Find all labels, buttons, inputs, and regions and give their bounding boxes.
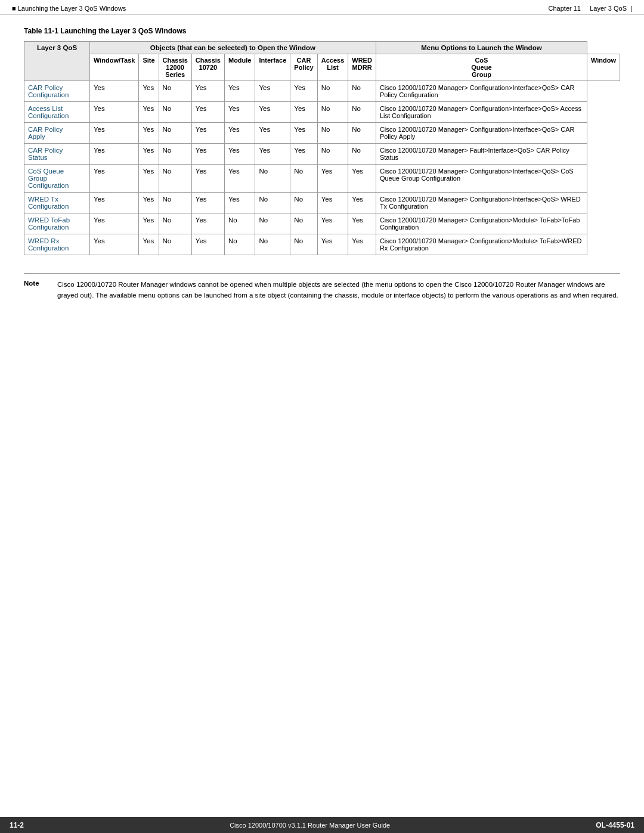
cell-cos: No [348,123,376,144]
cell-chassis_10720: No [159,213,191,234]
cell-access_list: No [290,213,317,234]
cell-site: Yes [90,165,139,193]
cell-car_policy: No [255,234,290,255]
cell-chassis_10720: No [159,234,191,255]
cell-cos: No [348,81,376,102]
cell-access_list: No [290,234,317,255]
col-interface: Interface [255,54,290,81]
row-name-cell[interactable]: CAR PolicyApply [24,123,90,144]
table-row: WRED ToFabConfigurationYesYesNoYesNoNoNo… [24,213,620,234]
cell-car_policy: Yes [255,81,290,102]
table-row: CAR PolicyStatusYesYesNoYesYesYesYesNoNo… [24,144,620,165]
cell-interface: Yes [224,123,255,144]
note-label: Note [24,280,48,301]
table-row: CoS QueueGroup ConfigurationYesYesNoYesY… [24,165,620,193]
cell-chassis_10720: No [159,81,191,102]
sub-header-row: Window/Task Site Chassis 12000 Series Ch… [24,54,620,81]
cell-menu: Cisco 12000/10720 Manager> Configuration… [376,234,587,255]
cell-chassis_12000: Yes [139,213,159,234]
cell-access_list: Yes [290,102,317,123]
cell-cos: Yes [348,234,376,255]
cell-chassis_12000: Yes [139,165,159,193]
row-name-cell[interactable]: WRED RxConfiguration [24,234,90,255]
cell-site: Yes [90,123,139,144]
table-row: CAR PolicyApplyYesYesNoYesYesYesYesNoNoC… [24,123,620,144]
cell-module: Yes [191,144,224,165]
col-car-policy: CAR Policy [290,54,317,81]
chapter-label: Chapter 11 Layer 3 QoS | [549,5,632,12]
cell-car_policy: Yes [255,102,290,123]
cell-site: Yes [90,213,139,234]
table-row: Access ListConfigurationYesYesNoYesYesYe… [24,102,620,123]
col-chassis-12000: Chassis 12000 Series [159,54,191,81]
cell-wred_mdrr: Yes [317,234,348,255]
cell-interface: Yes [224,165,255,193]
row-name-cell[interactable]: CoS QueueGroup Configuration [24,165,90,193]
cell-chassis_10720: No [159,165,191,193]
cell-wred_mdrr: No [317,123,348,144]
cell-car_policy: No [255,165,290,193]
col-window: Window [587,54,620,81]
cell-menu: Cisco 12000/10720 Manager> Configuration… [376,213,587,234]
cell-menu: Cisco 12000/10720 Manager> Configuration… [376,193,587,213]
cell-module: Yes [191,123,224,144]
note-text: Cisco 12000/10720 Router Manager windows… [57,280,620,301]
cell-module: Yes [191,102,224,123]
objects-header: Objects (that can be selected) to Open t… [90,42,376,54]
cell-chassis_10720: No [159,193,191,213]
cell-chassis_12000: Yes [139,102,159,123]
cell-wred_mdrr: Yes [317,213,348,234]
cell-cos: No [348,144,376,165]
cell-interface: No [224,213,255,234]
cell-chassis_12000: Yes [139,234,159,255]
cell-site: Yes [90,193,139,213]
cell-access_list: Yes [290,123,317,144]
sub-section-label: ■ Launching the Layer 3 QoS Windows [12,5,126,12]
row-name-cell[interactable]: WRED TxConfiguration [24,193,90,213]
cell-interface: Yes [224,102,255,123]
col-module: Module [224,54,255,81]
cell-chassis_12000: Yes [139,144,159,165]
cell-car_policy: Yes [255,123,290,144]
cell-wred_mdrr: No [317,81,348,102]
table-row: CAR PolicyConfigurationYesYesNoYesYesYes… [24,81,620,102]
header-group-row: Layer 3 QoS Objects (that can be selecte… [24,42,620,54]
cell-site: Yes [90,234,139,255]
cell-site: Yes [90,144,139,165]
cell-cos: Yes [348,193,376,213]
cell-module: Yes [191,165,224,193]
col-wred-mdrr: WRED MDRR [348,54,376,81]
col-chassis-10720: Chassis 10720 [191,54,224,81]
cell-chassis_10720: No [159,144,191,165]
table-row: WRED TxConfigurationYesYesNoYesYesNoNoYe… [24,193,620,213]
page-footer: 11-2 Cisco 12000/10700 v3.1.1 Router Man… [0,817,644,833]
cell-wred_mdrr: No [317,102,348,123]
main-table: Layer 3 QoS Objects (that can be selecte… [24,41,620,255]
cell-wred_mdrr: Yes [317,165,348,193]
cell-interface: Yes [224,144,255,165]
page-number: 11-2 [10,821,24,829]
cell-access_list: Yes [290,144,317,165]
row-name-cell[interactable]: CAR PolicyStatus [24,144,90,165]
menu-header: Menu Options to Launch the Window [376,42,587,54]
cell-chassis_10720: No [159,123,191,144]
col-cos: CoS Queue Group [376,54,587,81]
cell-module: Yes [191,193,224,213]
row-name-cell[interactable]: Access ListConfiguration [24,102,90,123]
cell-cos: Yes [348,213,376,234]
row-name-cell[interactable]: WRED ToFabConfiguration [24,213,90,234]
sub-header-text: Launching the Layer 3 QoS Windows [18,5,126,12]
col-site: Site [139,54,159,81]
row-name-cell[interactable]: CAR PolicyConfiguration [24,81,90,102]
cell-cos: Yes [348,165,376,193]
cell-access_list: No [290,193,317,213]
cell-site: Yes [90,102,139,123]
cell-menu: Cisco 12000/10720 Manager> Configuration… [376,123,587,144]
cell-site: Yes [90,81,139,102]
table-row: WRED RxConfigurationYesYesNoYesNoNoNoYes… [24,234,620,255]
cell-car_policy: No [255,193,290,213]
cell-chassis_12000: Yes [139,81,159,102]
cell-menu: Cisco 12000/10720 Manager> Configuration… [376,81,587,102]
footer-right-text: OL-4455-01 [596,821,634,829]
cell-chassis_12000: Yes [139,123,159,144]
